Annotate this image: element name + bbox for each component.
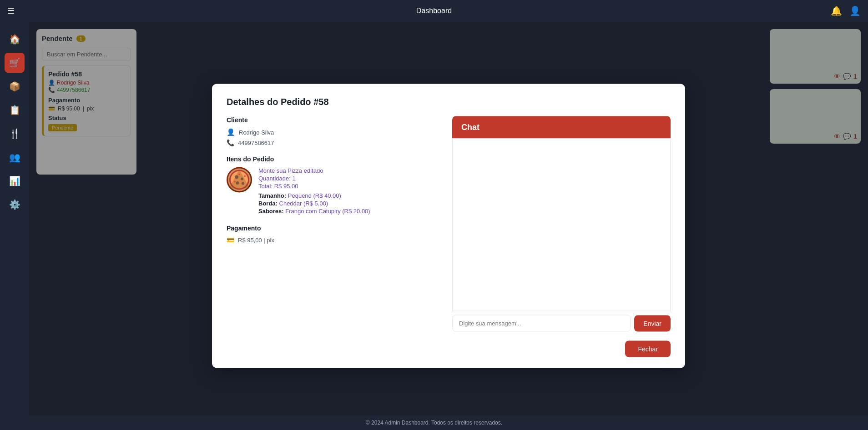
modal-footer: Fechar xyxy=(227,341,671,357)
svg-point-8 xyxy=(238,174,240,175)
sidebar-item-tables[interactable]: 🍴 xyxy=(5,124,25,144)
client-info-section: Cliente 👤 Rodrigo Silva 📞 44997586617 xyxy=(227,116,441,146)
user-avatar[interactable]: 👤 xyxy=(849,5,861,16)
svg-point-10 xyxy=(244,175,246,177)
payment-detail-row: 💳 R$ 95,00 | pix xyxy=(227,236,441,244)
client-name-row: 👤 Rodrigo Silva xyxy=(227,128,441,136)
menu-icon[interactable]: ☰ xyxy=(7,6,15,16)
modal-body: Cliente 👤 Rodrigo Silva 📞 44997586617 It… xyxy=(227,116,671,332)
item-image xyxy=(227,167,252,193)
client-name: Rodrigo Silva xyxy=(239,129,274,135)
topbar-title: Dashboard xyxy=(416,7,452,15)
svg-point-4 xyxy=(235,175,238,179)
sidebar-item-users[interactable]: 👥 xyxy=(5,147,25,167)
send-message-button[interactable]: Enviar xyxy=(634,315,671,331)
close-modal-button[interactable]: Fechar xyxy=(625,341,671,357)
items-section-label: Itens do Pedido xyxy=(227,155,441,163)
chat-input-row: Enviar xyxy=(452,315,671,332)
item-total: Total: R$ 95,00 xyxy=(258,183,370,190)
item-borda: Borda: Cheddar (R$ 5.00) xyxy=(258,200,370,207)
order-details-modal: Detalhes do Pedido #58 Cliente 👤 Rodrigo… xyxy=(212,84,685,368)
item-quantity: Quantidade: 1 xyxy=(258,175,370,182)
modal-left-column: Cliente 👤 Rodrigo Silva 📞 44997586617 It… xyxy=(227,116,441,332)
sidebar-item-home[interactable]: 🏠 xyxy=(5,29,25,49)
item-tamanho: Tamanho: Pequeno (R$ 40.00) xyxy=(258,192,370,199)
client-section-label: Cliente xyxy=(227,116,441,124)
item-sabores: Sabores: Frango com Catupiry (R$ 20.00) xyxy=(258,208,370,215)
sidebar: 🏠 🛒 📦 📋 🍴 👥 📊 ⚙️ xyxy=(0,22,29,430)
person-icon: 👤 xyxy=(227,128,235,136)
item-name: Monte sua Pizza editado xyxy=(258,167,370,174)
chat-header: Chat xyxy=(452,116,671,139)
client-phone-row: 📞 44997586617 xyxy=(227,139,441,146)
chat-panel: Chat Enviar xyxy=(452,116,671,332)
svg-point-9 xyxy=(234,181,236,183)
main-content: Pendente 1 Pedido #58 👤 Rodrigo Silva 📞 … xyxy=(29,22,868,430)
bell-icon[interactable]: 🔔 xyxy=(831,5,842,16)
payment-section-label: Pagamento xyxy=(227,225,441,232)
svg-point-7 xyxy=(242,182,244,185)
item-row: Monte sua Pizza editado Quantidade: 1 To… xyxy=(227,167,441,215)
payment-detail-text: R$ 95,00 | pix xyxy=(238,236,274,243)
chat-messages xyxy=(452,139,671,311)
page-footer: © 2024 Admin Dashboard. Todos os direito… xyxy=(0,415,868,430)
sidebar-item-reports[interactable]: 📊 xyxy=(5,171,25,191)
item-details: Monte sua Pizza editado Quantidade: 1 To… xyxy=(258,167,370,215)
items-section: Itens do Pedido xyxy=(227,155,441,215)
sidebar-item-orders[interactable]: 🛒 xyxy=(5,53,25,73)
chat-message-input[interactable] xyxy=(452,315,631,332)
phone-icon-modal: 📞 xyxy=(227,139,234,146)
sidebar-item-settings[interactable]: ⚙️ xyxy=(5,195,25,215)
svg-point-5 xyxy=(241,178,243,180)
svg-point-6 xyxy=(236,181,239,185)
topbar-right: 🔔 👤 xyxy=(831,5,861,16)
sidebar-item-products[interactable]: 📦 xyxy=(5,76,25,96)
payment-section: Pagamento 💳 R$ 95,00 | pix xyxy=(227,225,441,244)
footer-text: © 2024 Admin Dashboard. Todos os direito… xyxy=(366,420,502,426)
pix-icon-modal: 💳 xyxy=(227,236,234,244)
modal-title: Detalhes do Pedido #58 xyxy=(227,97,671,107)
topbar: ☰ Dashboard 🔔 👤 xyxy=(0,0,868,22)
sidebar-item-menu[interactable]: 📋 xyxy=(5,100,25,120)
client-phone: 44997586617 xyxy=(238,139,274,146)
topbar-left: ☰ xyxy=(7,6,15,16)
